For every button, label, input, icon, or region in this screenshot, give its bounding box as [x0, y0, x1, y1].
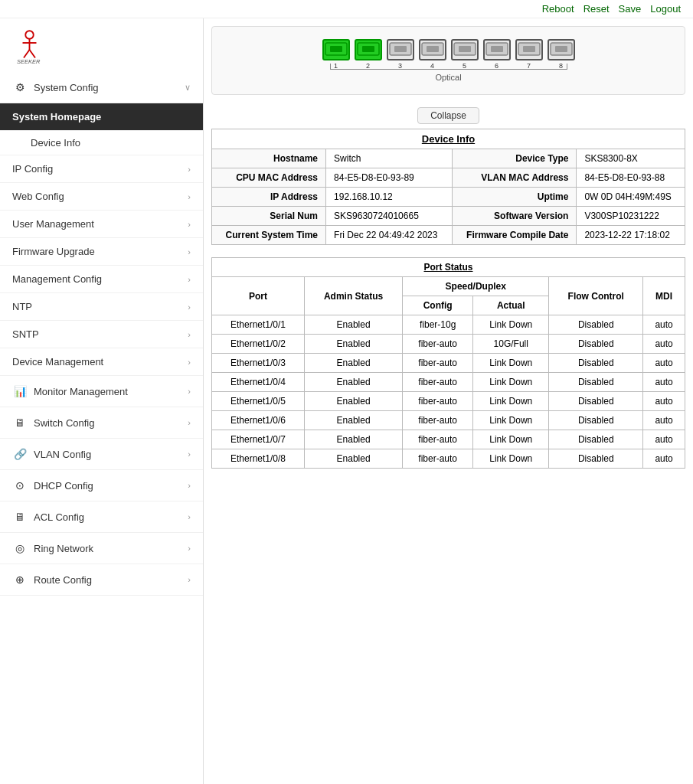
port-diagram: 1 2 3 4 5 6 7 8 Optica: [211, 26, 685, 95]
ntp-label: NTP: [12, 301, 188, 312]
table-row: Ethernet1/0/6 Enabled fiber-auto Link Do…: [212, 411, 685, 430]
actual-speed: Link Down: [473, 354, 549, 373]
acl-icon: 🖥: [12, 509, 28, 524]
chevron-down-icon: ∨: [185, 83, 191, 93]
sidebar-item-device-info[interactable]: Device Info: [0, 131, 203, 155]
port-box-8: 8: [548, 39, 575, 60]
port-name: Ethernet1/0/5: [212, 392, 305, 411]
reboot-button[interactable]: Reboot: [542, 3, 574, 15]
optical-label: Optical: [435, 73, 461, 82]
monitor-icon: 📊: [12, 384, 28, 399]
admin-status: Enabled: [305, 315, 403, 335]
web-config-label: Web Config: [12, 191, 188, 202]
flow-control: Disabled: [549, 335, 643, 354]
row-label2: Firmware Compile Date: [452, 226, 577, 245]
collapse-button[interactable]: Collapse: [417, 107, 479, 124]
logout-button[interactable]: Logout: [650, 3, 681, 15]
sidebar-item-ip-config[interactable]: IP Config ›: [0, 155, 203, 183]
sidebar-item-acl-config[interactable]: 🖥 ACL Config ›: [0, 501, 203, 533]
table-row: Ethernet1/0/1 Enabled fiber-10g Link Dow…: [212, 315, 685, 335]
port-num: 3: [398, 62, 402, 70]
row-label2: Software Version: [452, 207, 577, 226]
route-config-label: Route Config: [34, 574, 188, 586]
flow-control: Disabled: [549, 411, 643, 430]
device-info-label: Device Info: [31, 137, 80, 149]
port-num: 5: [463, 62, 466, 70]
flow-control: Disabled: [549, 354, 643, 373]
chevron-right-icon: ›: [188, 575, 191, 584]
table-row: Ethernet1/0/2 Enabled fiber-auto 10G/Ful…: [212, 335, 685, 354]
config-speed: fiber-auto: [403, 392, 473, 411]
row-value2: 84-E5-D8-E0-93-88: [577, 168, 685, 188]
row-value2: SKS8300-8X: [577, 149, 685, 168]
port-name: Ethernet1/0/7: [212, 430, 305, 449]
table-row: IP Address 192.168.10.12 Uptime 0W 0D 04…: [212, 188, 685, 207]
row-value2: 0W 0D 04H:49M:49S: [577, 188, 685, 207]
port-name: Ethernet1/0/8: [212, 449, 305, 469]
admin-status: Enabled: [305, 392, 403, 411]
reset-button[interactable]: Reset: [583, 3, 610, 15]
config-speed: fiber-auto: [403, 430, 473, 449]
config-header: Config: [403, 296, 473, 315]
sidebar-item-management-config[interactable]: Management Config ›: [0, 266, 203, 293]
collapse-area: Collapse: [204, 103, 693, 129]
flow-control-header: Flow Control: [549, 277, 643, 315]
config-speed: fiber-auto: [403, 411, 473, 430]
table-row: Current System Time Fri Dec 22 04:49:42 …: [212, 226, 685, 245]
main-layout: SEEKER ⚙ System Config ∨ System Homepage…: [0, 18, 693, 784]
row-value: Switch: [326, 149, 453, 168]
dhcp-config-label: DHCP Config: [34, 480, 188, 492]
port-name: Ethernet1/0/6: [212, 411, 305, 430]
port-num: 1: [334, 62, 338, 70]
port-status-table: Port Status Port Admin Status Speed/Dupl…: [211, 257, 685, 469]
sidebar-item-switch-config[interactable]: 🖥 Switch Config ›: [0, 407, 203, 439]
mdi-value: auto: [643, 430, 685, 449]
sidebar-item-firmware-upgrade[interactable]: Firmware Upgrade ›: [0, 238, 203, 266]
row-label2: Uptime: [452, 188, 577, 207]
save-button[interactable]: Save: [619, 3, 642, 15]
mdi-value: auto: [643, 449, 685, 469]
sidebar-item-monitor-management[interactable]: 📊 Monitor Management ›: [0, 376, 203, 407]
ip-config-label: IP Config: [12, 163, 188, 175]
sidebar-item-ntp[interactable]: NTP ›: [0, 293, 203, 321]
switch-icon: 🖥: [12, 415, 28, 430]
actual-header: Actual: [473, 296, 549, 315]
port-box-2: 2: [355, 39, 382, 60]
port-num: 8: [559, 62, 563, 70]
svg-point-0: [25, 31, 34, 39]
row-label: Serial Num: [212, 207, 326, 226]
port-status-title: Port Status: [212, 258, 685, 277]
table-row: CPU MAC Address 84-E5-D8-E0-93-89 VLAN M…: [212, 168, 685, 188]
admin-status: Enabled: [305, 411, 403, 430]
chevron-right-icon: ›: [188, 247, 191, 256]
chevron-right-icon: ›: [188, 220, 191, 229]
sidebar-item-system-homepage[interactable]: System Homepage: [0, 103, 203, 131]
chevron-right-icon: ›: [188, 544, 191, 553]
ports-row: 1 2 3 4 5 6 7 8: [322, 39, 575, 60]
row-value: 192.168.10.12: [326, 188, 453, 207]
port-name: Ethernet1/0/1: [212, 315, 305, 335]
mdi-value: auto: [643, 354, 685, 373]
sidebar-item-device-management[interactable]: Device Management ›: [0, 348, 203, 376]
sidebar-item-user-management[interactable]: User Management ›: [0, 211, 203, 238]
gear-icon: ⚙: [12, 80, 28, 95]
sidebar-item-vlan-config[interactable]: 🔗 VLAN Config ›: [0, 439, 203, 470]
switch-config-label: Switch Config: [34, 417, 188, 429]
sidebar-item-route-config[interactable]: ⊕ Route Config ›: [0, 564, 203, 596]
sidebar-item-system-config[interactable]: ⚙ System Config ∨: [0, 72, 203, 103]
svg-rect-9: [362, 46, 374, 52]
config-speed: fiber-auto: [403, 354, 473, 373]
row-label: Hostname: [212, 149, 326, 168]
sntp-label: SNTP: [12, 328, 188, 340]
table-row: Ethernet1/0/5 Enabled fiber-auto Link Do…: [212, 392, 685, 411]
logo-area: SEEKER: [0, 18, 203, 72]
sidebar-item-ring-network[interactable]: ◎ Ring Network ›: [0, 533, 203, 564]
sidebar-item-web-config[interactable]: Web Config ›: [0, 183, 203, 211]
sidebar-item-dhcp-config[interactable]: ⊙ DHCP Config ›: [0, 470, 203, 501]
port-box-7: 7: [515, 39, 543, 60]
port-box-4: 4: [419, 39, 446, 60]
svg-line-4: [30, 50, 36, 58]
ring-network-label: Ring Network: [34, 543, 188, 554]
vlan-icon: 🔗: [12, 446, 28, 462]
sidebar-item-sntp[interactable]: SNTP ›: [0, 321, 203, 348]
